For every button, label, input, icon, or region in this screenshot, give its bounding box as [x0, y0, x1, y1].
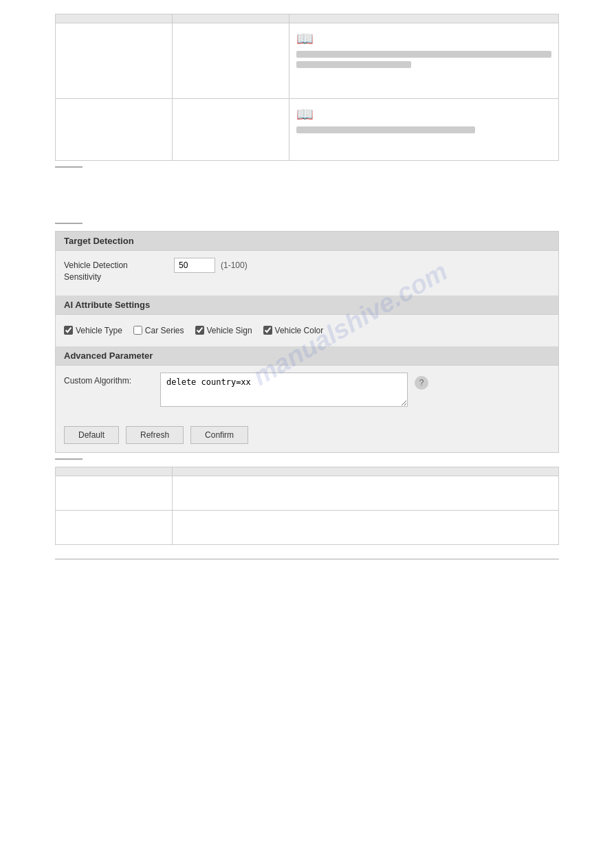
checkbox-row: Vehicle Type Car Series Vehicle Sign Veh… [64, 322, 550, 340]
checkbox-vehicle-color-label: Vehicle Color [275, 326, 324, 335]
bottom-table-header-1 [56, 467, 173, 476]
checkbox-vehicle-sign[interactable]: Vehicle Sign [195, 326, 252, 335]
text-block-1 [55, 175, 559, 216]
top-table-row-2: 📖 [56, 99, 559, 161]
advanced-parameter-header: Advanced Parameter [56, 346, 558, 366]
bottom-table [55, 467, 559, 545]
top-table-header-2 [173, 14, 289, 23]
custom-algorithm-row: Custom Algorithm: delete country=xx ? [64, 372, 550, 407]
buttons-row: Default Refresh Confirm [56, 419, 558, 452]
bottom-table-row-1 [56, 476, 559, 510]
divider-2 [55, 223, 83, 224]
bottom-table-cell-2-1 [56, 510, 173, 544]
vehicle-detection-label: Vehicle Detection Sensitivity [64, 258, 174, 283]
checkbox-car-series-input[interactable] [133, 326, 142, 335]
checkbox-vehicle-type[interactable]: Vehicle Type [64, 326, 122, 335]
bottom-table-cell-2-2 [173, 510, 559, 544]
custom-algorithm-input[interactable]: delete country=xx [160, 372, 408, 407]
top-table-cell-1-2 [173, 23, 289, 99]
top-table-cell-2-2 [173, 99, 289, 161]
ai-attribute-body: Vehicle Type Car Series Vehicle Sign Veh… [56, 315, 558, 346]
custom-algorithm-label: Custom Algorithm: [64, 372, 153, 386]
bottom-table-header-2 [173, 467, 559, 476]
checkbox-car-series[interactable]: Car Series [133, 326, 184, 335]
default-button[interactable]: Default [64, 426, 119, 444]
vehicle-detection-range: (1-100) [221, 260, 248, 270]
divider-1 [55, 166, 83, 168]
checkbox-vehicle-type-label: Vehicle Type [76, 326, 122, 335]
target-detection-body: Vehicle Detection Sensitivity (1-100) [56, 251, 558, 296]
top-table: 📖 📖 [55, 14, 559, 161]
top-table-cell-2-1 [56, 99, 173, 161]
confirm-button[interactable]: Confirm [190, 426, 248, 444]
bottom-separator [55, 559, 559, 559]
target-detection-header: Target Detection [56, 232, 558, 251]
gray-bar-2 [296, 61, 411, 68]
bottom-table-cell-1-2 [173, 476, 559, 510]
divider-3 [55, 458, 83, 460]
advanced-parameter-body: Custom Algorithm: delete country=xx ? [56, 366, 558, 419]
top-table-cell-2-3: 📖 [289, 99, 559, 161]
bottom-table-row-2 [56, 510, 559, 544]
top-table-header-1 [56, 14, 173, 23]
gray-bar-3 [296, 126, 475, 133]
ai-attribute-header: AI Attribute Settings [56, 296, 558, 315]
checkbox-car-series-label: Car Series [145, 326, 184, 335]
help-icon[interactable]: ? [415, 376, 428, 390]
checkbox-vehicle-color[interactable]: Vehicle Color [263, 326, 324, 335]
top-table-row-1: 📖 [56, 23, 559, 99]
top-table-header-3 [289, 14, 559, 23]
refresh-button[interactable]: Refresh [126, 426, 184, 444]
top-table-cell-1-1 [56, 23, 173, 99]
checkbox-vehicle-type-input[interactable] [64, 326, 73, 335]
vehicle-detection-input[interactable] [174, 258, 215, 273]
checkbox-vehicle-sign-input[interactable] [195, 326, 204, 335]
book-icon-1: 📖 [296, 30, 551, 47]
top-table-cell-1-3: 📖 [289, 23, 559, 99]
bottom-table-cell-1-1 [56, 476, 173, 510]
gray-bar-1 [296, 51, 551, 58]
book-icon-2: 📖 [296, 106, 551, 122]
checkbox-vehicle-color-input[interactable] [263, 326, 272, 335]
checkbox-vehicle-sign-label: Vehicle Sign [207, 326, 252, 335]
settings-panel: Target Detection Vehicle Detection Sensi… [55, 231, 559, 453]
vehicle-detection-value-group: (1-100) [174, 258, 248, 273]
vehicle-detection-row: Vehicle Detection Sensitivity (1-100) [64, 258, 550, 283]
